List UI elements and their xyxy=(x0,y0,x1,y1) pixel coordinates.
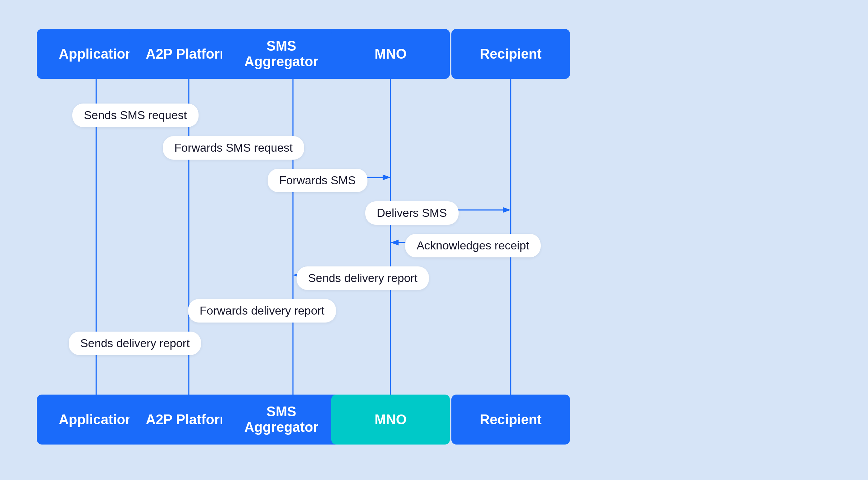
svg-marker-12 xyxy=(503,207,511,213)
msg-sends-delivery-report-a2p: Sends delivery report xyxy=(69,332,201,355)
actor-mno-top: MNO xyxy=(331,29,450,79)
actor-sms-agg-bottom: SMS Aggregator xyxy=(222,395,341,445)
actor-recipient-bottom: Recipient xyxy=(451,395,570,445)
msg-acknowledges-receipt: Acknowledges receipt xyxy=(405,234,541,257)
svg-marker-14 xyxy=(391,240,399,245)
msg-sends-delivery-report-mno: Sends delivery report xyxy=(297,266,429,290)
msg-forwards-delivery-report: Forwards delivery report xyxy=(188,299,336,323)
msg-forwards-sms-request: Forwards SMS request xyxy=(163,136,304,160)
sequence-diagram: Application A2P Platform SMS Aggregator … xyxy=(0,0,868,480)
msg-sends-sms-request: Sends SMS request xyxy=(72,104,199,127)
svg-marker-10 xyxy=(383,174,391,180)
actor-mno-bottom: MNO xyxy=(331,395,450,445)
msg-forwards-sms: Forwards SMS xyxy=(268,169,367,192)
actor-sms-agg-top: SMS Aggregator xyxy=(222,29,341,79)
msg-delivers-sms: Delivers SMS xyxy=(365,201,459,225)
actor-recipient-top: Recipient xyxy=(451,29,570,79)
